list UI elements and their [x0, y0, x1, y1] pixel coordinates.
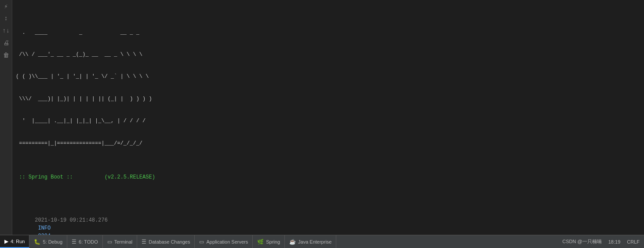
tab-todo-label: 6: TODO: [79, 239, 98, 244]
ascii-line-6: =========|_|==============|___/=/_/_/_/: [16, 140, 640, 147]
terminal-icon: ▭: [107, 239, 112, 245]
spring-icon: 🌿: [257, 239, 264, 245]
bottom-toolbar: ▶ 4: Run 🐛 5: Debug ☰ 6: TODO ▭ Terminal…: [0, 235, 644, 248]
ascii-line-1: . ____ _ __ _ _: [16, 29, 640, 36]
java-enterprise-icon: ☕: [289, 239, 296, 245]
left-gutter: ⚡ ↕ ↑↓ 🖨 🗑: [0, 0, 12, 235]
tab-run[interactable]: ▶ 4: Run: [0, 235, 29, 248]
log-timestamp: 2021-10-19 09:21:48.276: [35, 217, 108, 223]
tab-java-enterprise-label: Java Enterprise: [298, 239, 331, 244]
ascii-line-4: \\\/ ___)| |_)| | | | | || (_| | ) ) ) ): [16, 95, 640, 103]
main-area: ⚡ ↕ ↑↓ 🖨 🗑 . ____ _ __ _ _ /\\ / ___'_ _…: [0, 0, 644, 235]
gutter-icon-2[interactable]: ↕: [2, 14, 11, 23]
log-level: INFO: [38, 225, 51, 231]
tab-database-changes-label: Database Changes: [149, 239, 190, 244]
todo-icon: ☰: [72, 239, 76, 245]
run-icon: ▶: [4, 238, 8, 244]
ascii-art-block: . ____ _ __ _ _ /\\ / ___'_ __ _ _(_)_ _…: [16, 14, 640, 162]
application-servers-icon: ▭: [199, 239, 204, 245]
status-bar-right: CSDN @一只楠喃 18:19 CRLF: [558, 235, 644, 248]
gutter-icon-1[interactable]: ⚡: [2, 2, 11, 11]
watermark-text: CSDN @一只楠喃: [562, 238, 601, 245]
tab-debug-label: 5: Debug: [43, 239, 62, 244]
tab-debug[interactable]: 🐛 5: Debug: [29, 235, 67, 248]
ascii-line-2: /\\ / ___'_ __ _ _(_)_ __ __ _ \ \ \ \: [16, 51, 640, 58]
gutter-icon-trash[interactable]: 🗑: [2, 51, 11, 60]
log-line-1: 2021-10-19 09:21:48.276 INFO 9304 --- [ …: [16, 208, 640, 235]
tab-todo[interactable]: ☰ 6: TODO: [67, 235, 103, 248]
console-output: . ____ _ __ _ _ /\\ / ___'_ __ _ _(_)_ _…: [12, 0, 644, 235]
tab-application-servers-label: Application Servers: [206, 239, 248, 244]
gutter-icon-3[interactable]: ↑↓: [2, 26, 11, 35]
debug-icon: 🐛: [34, 239, 40, 245]
tab-java-enterprise[interactable]: ☕ Java Enterprise: [285, 235, 336, 248]
gutter-icon-print[interactable]: 🖨: [2, 39, 11, 47]
ascii-line-3: ( ( )\\___ | '_ | '_| | '_ \/ _` | \ \ \…: [16, 73, 640, 80]
tab-application-servers[interactable]: ▭ Application Servers: [195, 235, 253, 248]
tab-spring-label: Spring: [266, 239, 280, 244]
tab-terminal[interactable]: ▭ Terminal: [103, 235, 138, 248]
encoding-label: CRLF: [627, 239, 640, 244]
database-changes-icon: ☰: [142, 239, 146, 245]
tab-run-label: 4: Run: [11, 239, 25, 244]
spring-boot-version-line: :: Spring Boot :: (v2.2.5.RELEASE): [16, 174, 640, 180]
tab-spring[interactable]: 🌿 Spring: [253, 235, 285, 248]
ascii-line-5: ' |____| .__|_| |_|_| |_\__, | / / / /: [16, 117, 640, 125]
tab-database-changes[interactable]: ☰ Database Changes: [137, 235, 195, 248]
tab-terminal-label: Terminal: [114, 239, 133, 244]
cursor-position: 18:19: [608, 239, 621, 244]
